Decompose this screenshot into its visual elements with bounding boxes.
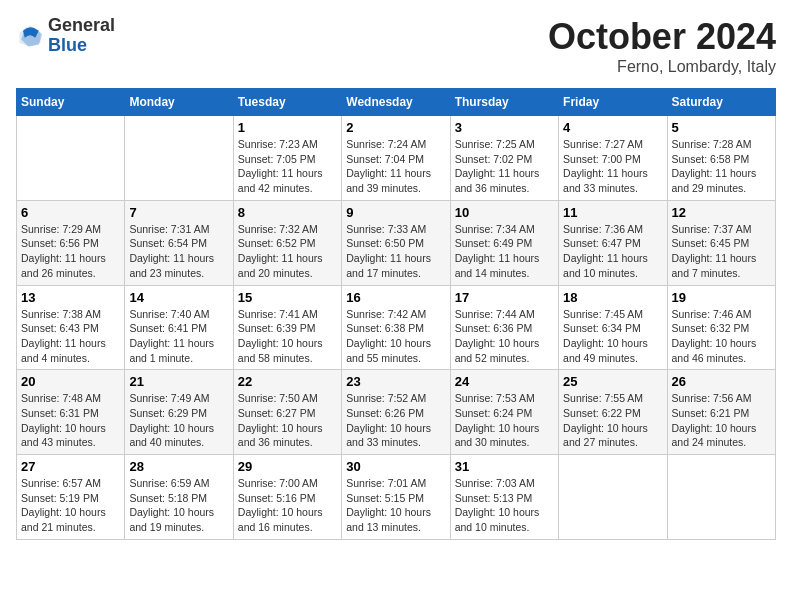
day-number: 6 — [21, 205, 120, 220]
day-cell: 16Sunrise: 7:42 AM Sunset: 6:38 PM Dayli… — [342, 285, 450, 370]
day-detail: Sunrise: 7:31 AM Sunset: 6:54 PM Dayligh… — [129, 222, 228, 281]
day-cell: 23Sunrise: 7:52 AM Sunset: 6:26 PM Dayli… — [342, 370, 450, 455]
week-row-5: 27Sunrise: 6:57 AM Sunset: 5:19 PM Dayli… — [17, 455, 776, 540]
day-detail: Sunrise: 7:03 AM Sunset: 5:13 PM Dayligh… — [455, 476, 554, 535]
day-detail: Sunrise: 7:27 AM Sunset: 7:00 PM Dayligh… — [563, 137, 662, 196]
day-detail: Sunrise: 6:57 AM Sunset: 5:19 PM Dayligh… — [21, 476, 120, 535]
day-cell: 12Sunrise: 7:37 AM Sunset: 6:45 PM Dayli… — [667, 200, 775, 285]
day-number: 21 — [129, 374, 228, 389]
weekday-header-sunday: Sunday — [17, 89, 125, 116]
day-detail: Sunrise: 7:41 AM Sunset: 6:39 PM Dayligh… — [238, 307, 337, 366]
day-detail: Sunrise: 6:59 AM Sunset: 5:18 PM Dayligh… — [129, 476, 228, 535]
day-number: 26 — [672, 374, 771, 389]
day-cell: 14Sunrise: 7:40 AM Sunset: 6:41 PM Dayli… — [125, 285, 233, 370]
day-detail: Sunrise: 7:01 AM Sunset: 5:15 PM Dayligh… — [346, 476, 445, 535]
day-number: 9 — [346, 205, 445, 220]
day-cell: 21Sunrise: 7:49 AM Sunset: 6:29 PM Dayli… — [125, 370, 233, 455]
calendar: SundayMondayTuesdayWednesdayThursdayFrid… — [16, 88, 776, 540]
weekday-header-friday: Friday — [559, 89, 667, 116]
day-number: 25 — [563, 374, 662, 389]
weekday-header-thursday: Thursday — [450, 89, 558, 116]
week-row-1: 1Sunrise: 7:23 AM Sunset: 7:05 PM Daylig… — [17, 116, 776, 201]
day-number: 17 — [455, 290, 554, 305]
day-detail: Sunrise: 7:24 AM Sunset: 7:04 PM Dayligh… — [346, 137, 445, 196]
day-cell: 10Sunrise: 7:34 AM Sunset: 6:49 PM Dayli… — [450, 200, 558, 285]
day-cell: 8Sunrise: 7:32 AM Sunset: 6:52 PM Daylig… — [233, 200, 341, 285]
day-number: 31 — [455, 459, 554, 474]
location: Ferno, Lombardy, Italy — [548, 58, 776, 76]
title-area: October 2024 Ferno, Lombardy, Italy — [548, 16, 776, 76]
day-detail: Sunrise: 7:52 AM Sunset: 6:26 PM Dayligh… — [346, 391, 445, 450]
day-cell — [559, 455, 667, 540]
day-number: 23 — [346, 374, 445, 389]
weekday-header-saturday: Saturday — [667, 89, 775, 116]
day-detail: Sunrise: 7:36 AM Sunset: 6:47 PM Dayligh… — [563, 222, 662, 281]
day-detail: Sunrise: 7:29 AM Sunset: 6:56 PM Dayligh… — [21, 222, 120, 281]
day-cell: 27Sunrise: 6:57 AM Sunset: 5:19 PM Dayli… — [17, 455, 125, 540]
day-cell: 5Sunrise: 7:28 AM Sunset: 6:58 PM Daylig… — [667, 116, 775, 201]
day-number: 7 — [129, 205, 228, 220]
day-detail: Sunrise: 7:42 AM Sunset: 6:38 PM Dayligh… — [346, 307, 445, 366]
day-detail: Sunrise: 7:50 AM Sunset: 6:27 PM Dayligh… — [238, 391, 337, 450]
day-cell: 31Sunrise: 7:03 AM Sunset: 5:13 PM Dayli… — [450, 455, 558, 540]
day-number: 24 — [455, 374, 554, 389]
day-detail: Sunrise: 7:48 AM Sunset: 6:31 PM Dayligh… — [21, 391, 120, 450]
day-cell: 17Sunrise: 7:44 AM Sunset: 6:36 PM Dayli… — [450, 285, 558, 370]
day-cell: 18Sunrise: 7:45 AM Sunset: 6:34 PM Dayli… — [559, 285, 667, 370]
day-number: 18 — [563, 290, 662, 305]
day-cell: 22Sunrise: 7:50 AM Sunset: 6:27 PM Dayli… — [233, 370, 341, 455]
day-cell: 3Sunrise: 7:25 AM Sunset: 7:02 PM Daylig… — [450, 116, 558, 201]
weekday-header-monday: Monday — [125, 89, 233, 116]
day-cell — [125, 116, 233, 201]
day-detail: Sunrise: 7:23 AM Sunset: 7:05 PM Dayligh… — [238, 137, 337, 196]
day-cell: 13Sunrise: 7:38 AM Sunset: 6:43 PM Dayli… — [17, 285, 125, 370]
month-title: October 2024 — [548, 16, 776, 58]
day-number: 19 — [672, 290, 771, 305]
day-detail: Sunrise: 7:49 AM Sunset: 6:29 PM Dayligh… — [129, 391, 228, 450]
day-number: 4 — [563, 120, 662, 135]
day-detail: Sunrise: 7:38 AM Sunset: 6:43 PM Dayligh… — [21, 307, 120, 366]
day-number: 15 — [238, 290, 337, 305]
day-detail: Sunrise: 7:40 AM Sunset: 6:41 PM Dayligh… — [129, 307, 228, 366]
logo-blue: Blue — [48, 35, 87, 55]
day-cell: 4Sunrise: 7:27 AM Sunset: 7:00 PM Daylig… — [559, 116, 667, 201]
day-cell: 29Sunrise: 7:00 AM Sunset: 5:16 PM Dayli… — [233, 455, 341, 540]
day-number: 14 — [129, 290, 228, 305]
day-cell: 24Sunrise: 7:53 AM Sunset: 6:24 PM Dayli… — [450, 370, 558, 455]
day-cell: 28Sunrise: 6:59 AM Sunset: 5:18 PM Dayli… — [125, 455, 233, 540]
weekday-header-row: SundayMondayTuesdayWednesdayThursdayFrid… — [17, 89, 776, 116]
day-cell — [667, 455, 775, 540]
day-detail: Sunrise: 7:55 AM Sunset: 6:22 PM Dayligh… — [563, 391, 662, 450]
day-number: 5 — [672, 120, 771, 135]
day-detail: Sunrise: 7:56 AM Sunset: 6:21 PM Dayligh… — [672, 391, 771, 450]
day-cell — [17, 116, 125, 201]
day-number: 29 — [238, 459, 337, 474]
day-number: 28 — [129, 459, 228, 474]
day-number: 1 — [238, 120, 337, 135]
day-detail: Sunrise: 7:46 AM Sunset: 6:32 PM Dayligh… — [672, 307, 771, 366]
day-number: 11 — [563, 205, 662, 220]
day-cell: 1Sunrise: 7:23 AM Sunset: 7:05 PM Daylig… — [233, 116, 341, 201]
day-cell: 11Sunrise: 7:36 AM Sunset: 6:47 PM Dayli… — [559, 200, 667, 285]
day-number: 20 — [21, 374, 120, 389]
logo-general: General — [48, 15, 115, 35]
day-cell: 2Sunrise: 7:24 AM Sunset: 7:04 PM Daylig… — [342, 116, 450, 201]
day-detail: Sunrise: 7:37 AM Sunset: 6:45 PM Dayligh… — [672, 222, 771, 281]
day-number: 22 — [238, 374, 337, 389]
week-row-3: 13Sunrise: 7:38 AM Sunset: 6:43 PM Dayli… — [17, 285, 776, 370]
day-cell: 20Sunrise: 7:48 AM Sunset: 6:31 PM Dayli… — [17, 370, 125, 455]
day-number: 3 — [455, 120, 554, 135]
day-detail: Sunrise: 7:44 AM Sunset: 6:36 PM Dayligh… — [455, 307, 554, 366]
logo: General Blue — [16, 16, 115, 56]
weekday-header-wednesday: Wednesday — [342, 89, 450, 116]
logo-text: General Blue — [48, 16, 115, 56]
day-number: 30 — [346, 459, 445, 474]
day-detail: Sunrise: 7:00 AM Sunset: 5:16 PM Dayligh… — [238, 476, 337, 535]
weekday-header-tuesday: Tuesday — [233, 89, 341, 116]
day-cell: 15Sunrise: 7:41 AM Sunset: 6:39 PM Dayli… — [233, 285, 341, 370]
week-row-2: 6Sunrise: 7:29 AM Sunset: 6:56 PM Daylig… — [17, 200, 776, 285]
day-cell: 6Sunrise: 7:29 AM Sunset: 6:56 PM Daylig… — [17, 200, 125, 285]
day-detail: Sunrise: 7:25 AM Sunset: 7:02 PM Dayligh… — [455, 137, 554, 196]
day-cell: 9Sunrise: 7:33 AM Sunset: 6:50 PM Daylig… — [342, 200, 450, 285]
day-detail: Sunrise: 7:34 AM Sunset: 6:49 PM Dayligh… — [455, 222, 554, 281]
